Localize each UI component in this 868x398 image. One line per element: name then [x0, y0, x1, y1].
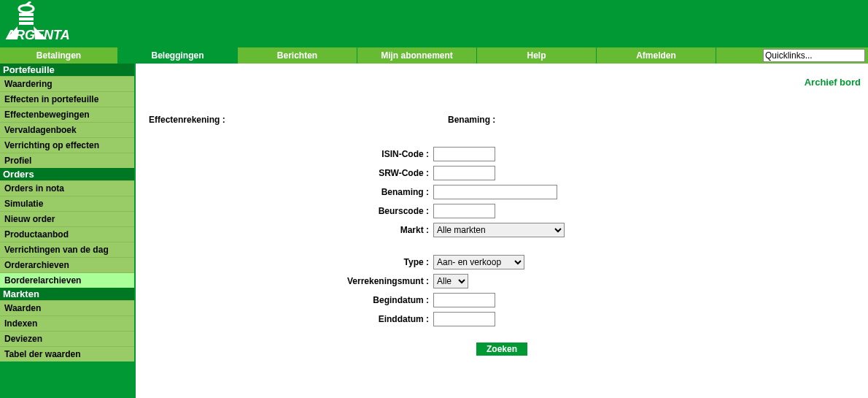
sidebar-item-tabel-der-waarden[interactable]: Tabel der waarden [0, 346, 134, 361]
nav-item-betalingen[interactable]: Betalingen [0, 47, 118, 64]
type-label: Type : [142, 257, 433, 267]
isin-input[interactable] [433, 147, 495, 161]
account-info-row: Effectenrekening : Benaming : [142, 115, 862, 125]
beurscode-label: Beurscode : [142, 206, 433, 216]
sidebar-item-waardering[interactable]: Waardering [0, 76, 134, 91]
sidebar-item-nieuw-order[interactable]: Nieuw order [0, 211, 134, 226]
markt-select[interactable]: Alle markten [433, 223, 565, 237]
quicklinks-input[interactable] [763, 49, 865, 62]
top-nav: BetalingenBeleggingenBerichtenMijn abonn… [0, 47, 868, 64]
begindatum-input[interactable] [433, 293, 495, 307]
sidebar-item-simulatie[interactable]: Simulatie [0, 196, 134, 211]
svg-point-0 [19, 5, 34, 12]
verrekeningsmunt-label: Verrekeningsmunt : [142, 276, 433, 286]
svg-rect-3 [19, 22, 34, 25]
svg-rect-2 [19, 18, 34, 20]
sidebar-item-verrichtingen-van-de-dag[interactable]: Verrichtingen van de dag [0, 242, 134, 257]
sidebar-item-effectenbewegingen[interactable]: Effectenbewegingen [0, 107, 134, 122]
nav-item-afmelden[interactable]: Afmelden [597, 47, 716, 64]
sidebar-item-orders-in-nota[interactable]: Orders in nota [0, 180, 134, 196]
sidebar: PortefeuilleWaarderingEffecten in portef… [0, 64, 136, 398]
sidebar-item-borderelarchieven[interactable]: Borderelarchieven [0, 272, 134, 288]
begindatum-label: Begindatum : [142, 295, 433, 305]
page-title: Archief bord [805, 77, 861, 88]
einddatum-input[interactable] [433, 312, 495, 326]
sidebar-item-vervaldagenboek[interactable]: Vervaldagenboek [0, 122, 134, 137]
isin-label: ISIN-Code : [142, 149, 433, 159]
markt-label: Markt : [142, 225, 433, 235]
sidebar-header-orders: Orders [0, 168, 134, 180]
sidebar-item-indexen[interactable]: Indexen [0, 315, 134, 331]
sidebar-item-deviezen[interactable]: Deviezen [0, 331, 134, 346]
sidebar-item-effecten-in-portefeuille[interactable]: Effecten in portefeuille [0, 91, 134, 107]
zoeken-button[interactable]: Zoeken [476, 342, 527, 356]
svg-text:ARGENTA: ARGENTA [5, 28, 70, 42]
benaming-label: Benaming : [142, 187, 433, 197]
sidebar-item-verrichting-op-effecten[interactable]: Verrichting op effecten [0, 137, 134, 153]
argenta-logo: ARGENTA [4, 1, 92, 45]
main-content: Archief bord Effectenrekening : Benaming… [136, 64, 868, 398]
header-bar: ARGENTA [0, 0, 868, 47]
srw-input[interactable] [433, 166, 495, 180]
nav-item-mijn-abonnement[interactable]: Mijn abonnement [357, 47, 477, 64]
benaming-top-label: Benaming : [448, 115, 495, 125]
nav-item-beleggingen[interactable]: Beleggingen [118, 47, 238, 64]
type-select[interactable]: Aan- en verkoop [433, 255, 524, 269]
sidebar-item-waarden[interactable]: Waarden [0, 300, 134, 315]
quicklinks-wrap [763, 47, 868, 64]
sidebar-header-portefeuille: Portefeuille [0, 64, 134, 76]
sidebar-header-markten: Markten [0, 288, 134, 300]
sidebar-item-orderarchieven[interactable]: Orderarchieven [0, 257, 134, 272]
einddatum-label: Einddatum : [142, 314, 433, 324]
sidebar-item-productaanbod[interactable]: Productaanbod [0, 226, 134, 242]
nav-item-help[interactable]: Help [477, 47, 597, 64]
srw-label: SRW-Code : [142, 168, 433, 178]
nav-item-berichten[interactable]: Berichten [238, 47, 357, 64]
sidebar-item-profiel[interactable]: Profiel [0, 153, 134, 168]
verrekeningsmunt-select[interactable]: Alle [433, 274, 468, 288]
benaming-input[interactable] [433, 185, 557, 199]
svg-rect-1 [19, 13, 34, 16]
effectenrekening-label: Effectenrekening : [149, 115, 225, 125]
beurscode-input[interactable] [433, 204, 495, 218]
